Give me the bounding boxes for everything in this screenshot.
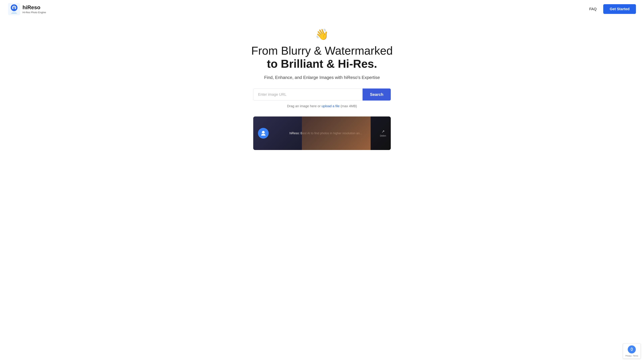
video-background-image: [302, 116, 371, 150]
video-channel-avatar: [258, 128, 269, 139]
video-thumb-bg: hiReso: Best AI to find photos in higher…: [253, 116, 391, 150]
faq-link[interactable]: FAQ: [589, 7, 596, 11]
hero-heading-line1: From Blurry & Watermarked: [251, 44, 393, 57]
main-nav: FAQ Get Started: [589, 4, 636, 14]
hero-heading-line2: to Brilliant & Hi-Res.: [267, 57, 377, 70]
wave-emoji: 👋: [315, 28, 329, 41]
search-bar-container: Search: [253, 88, 391, 100]
upload-hint: Drag an image here or upload a file (max…: [287, 104, 357, 108]
recaptcha-privacy-terms: Privacy - Terms: [626, 355, 638, 357]
recaptcha-logo-icon: [630, 347, 634, 352]
recaptcha-badge: Privacy - Terms: [623, 344, 641, 359]
video-avatar-icon: [260, 130, 266, 136]
logo-title: hiReso: [22, 4, 46, 10]
hero-subheading: Find, Enhance, and Enlarge Images with h…: [264, 75, 380, 80]
logo-area: hiReso Hi-Res Photo Engine: [8, 3, 46, 15]
svg-point-7: [262, 131, 265, 134]
upload-text-after: (max 4MB): [340, 104, 357, 108]
svg-point-1: [12, 11, 16, 13]
hero-heading: From Blurry & Watermarked to Brilliant &…: [251, 44, 393, 70]
search-input[interactable]: [253, 88, 362, 100]
search-button[interactable]: Search: [362, 88, 391, 100]
recaptcha-icon: [628, 346, 636, 354]
video-thumbnail[interactable]: hiReso: Best AI to find photos in higher…: [253, 116, 391, 150]
logo-text: hiReso Hi-Res Photo Engine: [22, 4, 46, 14]
get-started-button[interactable]: Get Started: [603, 4, 636, 14]
video-share-label: Delen: [380, 134, 386, 137]
hero-section: 👋 From Blurry & Watermarked to Brilliant…: [0, 18, 644, 155]
hireso-logo-icon: [8, 3, 20, 15]
upload-file-link[interactable]: upload a file: [322, 104, 340, 108]
video-share-button[interactable]: ↗ Delen: [380, 129, 386, 137]
upload-text-before: Drag an image here or: [287, 104, 322, 108]
logo-subtitle: Hi-Res Photo Engine: [22, 11, 46, 14]
main-header: hiReso Hi-Res Photo Engine FAQ Get Start…: [0, 0, 644, 18]
svg-point-5: [14, 7, 14, 8]
share-icon: ↗: [382, 129, 384, 134]
